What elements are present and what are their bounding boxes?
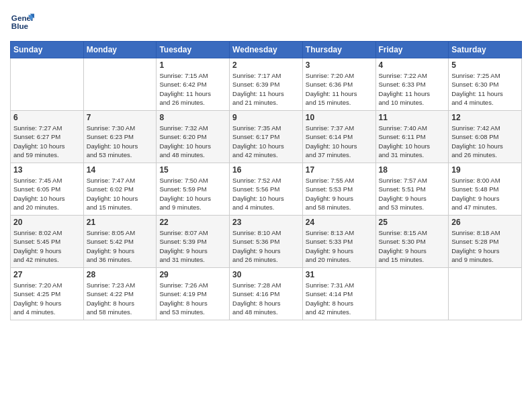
day-info: Sunrise: 7:35 AM Sunset: 6:17 PM Dayligh… <box>232 124 300 159</box>
calendar-cell: 20Sunrise: 8:02 AM Sunset: 5:45 PM Dayli… <box>11 216 84 268</box>
day-info: Sunrise: 7:30 AM Sunset: 6:23 PM Dayligh… <box>87 124 154 159</box>
day-info: Sunrise: 7:28 AM Sunset: 4:16 PM Dayligh… <box>232 281 300 316</box>
day-number: 27 <box>13 270 81 279</box>
calendar-cell: 30Sunrise: 7:28 AM Sunset: 4:16 PM Dayli… <box>230 268 303 320</box>
calendar-cell: 28Sunrise: 7:23 AM Sunset: 4:22 PM Dayli… <box>83 268 157 320</box>
calendar-cell <box>375 268 449 320</box>
day-number: 16 <box>232 165 300 175</box>
weekday-header: Wednesday <box>230 42 303 58</box>
day-info: Sunrise: 8:05 AM Sunset: 5:42 PM Dayligh… <box>87 228 154 264</box>
calendar-header: SundayMondayTuesdayWednesdayThursdayFrid… <box>11 42 522 58</box>
day-info: Sunrise: 7:32 AM Sunset: 6:20 PM Dayligh… <box>159 124 226 159</box>
day-info: Sunrise: 7:42 AM Sunset: 6:08 PM Dayligh… <box>451 124 519 159</box>
day-number: 2 <box>232 60 300 70</box>
calendar-cell: 5Sunrise: 7:25 AM Sunset: 6:30 PM Daylig… <box>449 58 522 111</box>
day-number: 20 <box>13 218 81 227</box>
calendar-cell: 29Sunrise: 7:26 AM Sunset: 4:19 PM Dayli… <box>157 268 230 320</box>
page-container: General Blue SundayMondayTuesdayWednesda… <box>0 0 532 327</box>
day-number: 15 <box>159 165 226 175</box>
calendar-week-row: 13Sunrise: 7:45 AM Sunset: 6:05 PM Dayli… <box>11 163 522 216</box>
day-info: Sunrise: 8:15 AM Sunset: 5:30 PM Dayligh… <box>379 228 446 264</box>
calendar-cell: 16Sunrise: 7:52 AM Sunset: 5:56 PM Dayli… <box>230 163 303 216</box>
day-number: 18 <box>379 165 446 175</box>
day-number: 30 <box>232 270 300 279</box>
calendar-cell <box>449 268 522 320</box>
day-info: Sunrise: 7:26 AM Sunset: 4:19 PM Dayligh… <box>159 281 226 316</box>
day-number: 8 <box>159 113 226 122</box>
calendar-cell: 10Sunrise: 7:37 AM Sunset: 6:14 PM Dayli… <box>302 111 375 163</box>
day-info: Sunrise: 7:45 AM Sunset: 6:05 PM Dayligh… <box>13 176 81 212</box>
calendar-cell: 18Sunrise: 7:57 AM Sunset: 5:51 PM Dayli… <box>375 163 449 216</box>
day-number: 9 <box>232 113 300 122</box>
day-info: Sunrise: 7:47 AM Sunset: 6:02 PM Dayligh… <box>87 176 154 212</box>
day-info: Sunrise: 7:17 AM Sunset: 6:39 PM Dayligh… <box>232 71 300 107</box>
day-number: 1 <box>159 60 226 70</box>
calendar-table: SundayMondayTuesdayWednesdayThursdayFrid… <box>10 41 522 320</box>
day-number: 10 <box>306 113 373 122</box>
day-number: 21 <box>87 218 154 227</box>
day-info: Sunrise: 7:37 AM Sunset: 6:14 PM Dayligh… <box>306 124 373 159</box>
day-info: Sunrise: 7:23 AM Sunset: 4:22 PM Dayligh… <box>87 281 154 316</box>
calendar-cell: 7Sunrise: 7:30 AM Sunset: 6:23 PM Daylig… <box>83 111 157 163</box>
day-number: 22 <box>159 218 226 227</box>
weekday-header: Thursday <box>302 42 375 58</box>
svg-text:Blue: Blue <box>11 21 29 30</box>
calendar-cell: 14Sunrise: 7:47 AM Sunset: 6:02 PM Dayli… <box>83 163 157 216</box>
calendar-cell: 27Sunrise: 7:20 AM Sunset: 4:25 PM Dayli… <box>11 268 84 320</box>
logo: General Blue <box>10 10 34 34</box>
calendar-cell: 26Sunrise: 8:18 AM Sunset: 5:28 PM Dayli… <box>449 216 522 268</box>
calendar-cell: 8Sunrise: 7:32 AM Sunset: 6:20 PM Daylig… <box>157 111 230 163</box>
day-info: Sunrise: 8:10 AM Sunset: 5:36 PM Dayligh… <box>232 228 300 264</box>
day-number: 19 <box>451 165 519 175</box>
day-number: 17 <box>306 165 373 175</box>
day-number: 24 <box>306 218 373 227</box>
calendar-week-row: 1Sunrise: 7:15 AM Sunset: 6:42 PM Daylig… <box>11 58 522 111</box>
day-info: Sunrise: 7:52 AM Sunset: 5:56 PM Dayligh… <box>232 176 300 212</box>
weekday-header: Sunday <box>11 42 84 58</box>
calendar-cell: 19Sunrise: 8:00 AM Sunset: 5:48 PM Dayli… <box>449 163 522 216</box>
day-number: 7 <box>87 113 154 122</box>
weekday-header: Tuesday <box>157 42 230 58</box>
day-info: Sunrise: 7:20 AM Sunset: 4:25 PM Dayligh… <box>13 281 81 316</box>
weekday-row: SundayMondayTuesdayWednesdayThursdayFrid… <box>11 42 522 58</box>
day-number: 13 <box>13 165 81 175</box>
calendar-cell: 6Sunrise: 7:27 AM Sunset: 6:27 PM Daylig… <box>11 111 84 163</box>
day-info: Sunrise: 8:13 AM Sunset: 5:33 PM Dayligh… <box>306 228 373 264</box>
calendar-cell <box>83 58 157 111</box>
day-number: 23 <box>232 218 300 227</box>
calendar-cell: 9Sunrise: 7:35 AM Sunset: 6:17 PM Daylig… <box>230 111 303 163</box>
day-info: Sunrise: 7:25 AM Sunset: 6:30 PM Dayligh… <box>451 71 519 107</box>
day-info: Sunrise: 8:00 AM Sunset: 5:48 PM Dayligh… <box>451 176 519 212</box>
day-number: 25 <box>379 218 446 227</box>
day-info: Sunrise: 7:50 AM Sunset: 5:59 PM Dayligh… <box>159 176 226 212</box>
day-number: 29 <box>159 270 226 279</box>
calendar-week-row: 6Sunrise: 7:27 AM Sunset: 6:27 PM Daylig… <box>11 111 522 163</box>
day-info: Sunrise: 8:02 AM Sunset: 5:45 PM Dayligh… <box>13 228 81 264</box>
day-info: Sunrise: 7:15 AM Sunset: 6:42 PM Dayligh… <box>159 71 226 107</box>
day-info: Sunrise: 7:55 AM Sunset: 5:53 PM Dayligh… <box>306 176 373 212</box>
calendar-cell: 4Sunrise: 7:22 AM Sunset: 6:33 PM Daylig… <box>375 58 449 111</box>
calendar-cell: 3Sunrise: 7:20 AM Sunset: 6:36 PM Daylig… <box>302 58 375 111</box>
day-number: 12 <box>451 113 519 122</box>
day-info: Sunrise: 8:18 AM Sunset: 5:28 PM Dayligh… <box>451 228 519 264</box>
day-number: 26 <box>451 218 519 227</box>
calendar-cell: 24Sunrise: 8:13 AM Sunset: 5:33 PM Dayli… <box>302 216 375 268</box>
calendar-cell <box>11 58 84 111</box>
day-info: Sunrise: 8:07 AM Sunset: 5:39 PM Dayligh… <box>159 228 226 264</box>
calendar-week-row: 20Sunrise: 8:02 AM Sunset: 5:45 PM Dayli… <box>11 216 522 268</box>
calendar-cell: 17Sunrise: 7:55 AM Sunset: 5:53 PM Dayli… <box>302 163 375 216</box>
weekday-header: Monday <box>83 42 157 58</box>
day-number: 31 <box>306 270 373 279</box>
day-number: 4 <box>379 60 446 70</box>
day-number: 14 <box>87 165 154 175</box>
day-number: 11 <box>379 113 446 122</box>
calendar-cell: 23Sunrise: 8:10 AM Sunset: 5:36 PM Dayli… <box>230 216 303 268</box>
calendar-cell: 11Sunrise: 7:40 AM Sunset: 6:11 PM Dayli… <box>375 111 449 163</box>
day-number: 6 <box>13 113 81 122</box>
calendar-cell: 15Sunrise: 7:50 AM Sunset: 5:59 PM Dayli… <box>157 163 230 216</box>
logo-icon: General Blue <box>10 10 34 34</box>
day-number: 3 <box>306 60 373 70</box>
weekday-header: Saturday <box>449 42 522 58</box>
day-info: Sunrise: 7:40 AM Sunset: 6:11 PM Dayligh… <box>379 124 446 159</box>
day-info: Sunrise: 7:22 AM Sunset: 6:33 PM Dayligh… <box>379 71 446 107</box>
